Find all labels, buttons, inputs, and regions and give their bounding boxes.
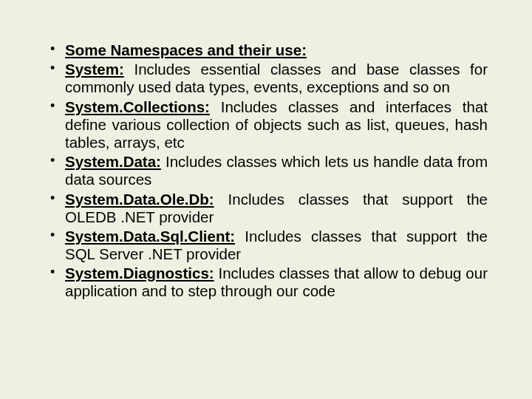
list-item: System: Includes essential classes and b… xyxy=(65,61,488,96)
list-item: System.Data.Sql.Client: Includes classes… xyxy=(65,228,488,263)
item-label: System.Data.Sql.Client: xyxy=(65,228,235,245)
slide: Some Namespaces and their use: System: I… xyxy=(0,0,532,399)
item-label: System.Data.Ole.Db: xyxy=(65,191,214,208)
bullet-list: Some Namespaces and their use: System: I… xyxy=(44,41,488,301)
item-label: System.Diagnostics: xyxy=(65,265,214,282)
list-item: Some Namespaces and their use: xyxy=(65,41,488,59)
list-item: System.Data: Includes classes which lets… xyxy=(65,153,488,188)
item-label: System.Collections: xyxy=(65,98,210,115)
item-desc: Includes essential classes and base clas… xyxy=(65,61,488,95)
item-label: System: xyxy=(65,61,124,78)
list-item: System.Collections: Includes classes and… xyxy=(65,98,488,152)
list-item: System.Data.Ole.Db: Includes classes tha… xyxy=(65,191,488,226)
list-item: System.Diagnostics: Includes classes tha… xyxy=(65,265,488,300)
item-label: System.Data: xyxy=(65,153,161,170)
item-label: Some Namespaces and their use: xyxy=(65,41,307,58)
